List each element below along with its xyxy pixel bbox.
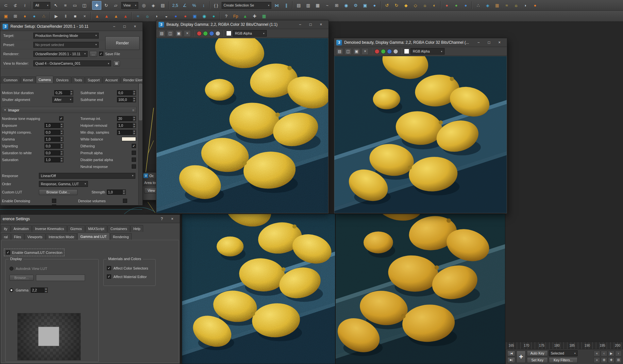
window-titlebar[interactable]: 3 Beauty, Display Gamma: 2,2, RGBA Color… bbox=[156, 20, 328, 29]
keyboard-override-icon[interactable]: ▤ bbox=[158, 1, 167, 10]
teapot-icon[interactable]: ◗ bbox=[152, 12, 161, 21]
response-dropdown[interactable]: Linear/Off bbox=[39, 173, 135, 179]
tree-icon[interactable]: ▲ bbox=[241, 12, 250, 21]
value-spinner[interactable]: 1,0 bbox=[44, 123, 63, 128]
previous-key-button[interactable]: |◀ bbox=[507, 351, 515, 356]
grid-overlay-icon[interactable]: ⊞ bbox=[11, 12, 20, 21]
maximize-button[interactable]: □ bbox=[119, 23, 130, 30]
preference-tab[interactable]: Gizmos bbox=[67, 225, 85, 232]
red-channel-button[interactable] bbox=[197, 31, 202, 36]
denoise-volumes-checkbox[interactable] bbox=[123, 199, 127, 203]
xref-green-icon[interactable]: ● bbox=[452, 1, 461, 10]
play-icon[interactable]: ▶ bbox=[608, 351, 615, 356]
mono-channel-button[interactable] bbox=[393, 49, 398, 54]
droplet-icon[interactable]: ● bbox=[30, 12, 39, 21]
renderer-dropdown[interactable]: OctaneRender 2020.1 - 10.11 bbox=[33, 51, 88, 57]
fp-badge-icon[interactable]: Fp bbox=[231, 12, 240, 21]
channel-display-dropdown[interactable]: RGB Alpha bbox=[411, 48, 445, 55]
value-spinner[interactable]: 1,0 bbox=[44, 137, 63, 142]
rectangular-selection-icon[interactable]: ▭ bbox=[70, 1, 79, 10]
go-end-icon[interactable]: » bbox=[594, 357, 600, 363]
preference-tab[interactable]: Files bbox=[11, 233, 24, 240]
select-and-rotate-icon[interactable]: ↻ bbox=[102, 1, 111, 10]
window-crossing-icon[interactable]: ◫ bbox=[80, 1, 89, 10]
window-titlebar[interactable]: 3 Render Setup: OctaneRender 2020.1 - 10… bbox=[0, 22, 143, 31]
pause-icon[interactable]: ‖ bbox=[61, 12, 70, 21]
copy-image-icon[interactable]: ▣ bbox=[175, 30, 182, 37]
play-icon[interactable]: ▶ bbox=[52, 12, 61, 21]
render-setup-tab[interactable]: Kernel bbox=[21, 76, 36, 83]
preference-tab[interactable]: Containers bbox=[108, 225, 130, 232]
fire-4-icon[interactable]: ▲ bbox=[121, 12, 130, 21]
close-button[interactable]: × bbox=[167, 215, 177, 222]
lut-path-input[interactable] bbox=[36, 274, 85, 281]
sphere-blue-icon[interactable]: ● bbox=[171, 12, 180, 21]
render-setup-tab[interactable]: Render Elements bbox=[121, 76, 143, 83]
affect-material-editor-checkbox[interactable] bbox=[107, 274, 111, 279]
denoise-completion-checkbox[interactable] bbox=[52, 205, 56, 205]
undo-icon[interactable]: ↺ bbox=[382, 1, 392, 10]
value-spinner[interactable]: 0,0 bbox=[44, 143, 63, 149]
renderer-more-button[interactable]: … bbox=[90, 51, 97, 57]
minimize-button[interactable]: − bbox=[109, 23, 119, 30]
render-setup-tab[interactable]: Camera bbox=[36, 76, 53, 83]
blue-channel-button[interactable] bbox=[209, 31, 214, 36]
fire-2-icon[interactable]: ▲ bbox=[102, 12, 111, 21]
checkbox[interactable] bbox=[132, 164, 136, 169]
view-to-render-dropdown[interactable]: Quad 4 - OctaneCamera_001 bbox=[33, 60, 111, 66]
key-filters-button[interactable]: Key Filters... bbox=[549, 357, 578, 363]
preference-tab[interactable]: Inverse Kinematics bbox=[32, 225, 67, 232]
preference-tab[interactable]: Interaction Mode bbox=[46, 233, 77, 240]
preference-tab[interactable]: Viewports bbox=[25, 233, 45, 240]
render-setup-icon[interactable]: ⚙ bbox=[351, 1, 360, 10]
selection-filter-dropdown[interactable]: All bbox=[33, 2, 50, 9]
background-color-swatch[interactable] bbox=[226, 31, 231, 36]
clone-window-icon[interactable]: ◫ bbox=[345, 48, 352, 55]
value-spinner[interactable]: 0,25 bbox=[54, 90, 73, 95]
value-spinner[interactable]: 1 bbox=[117, 130, 136, 135]
ribbon-toggle-icon[interactable]: ▦ bbox=[313, 1, 322, 10]
data-table-icon[interactable]: ▦ bbox=[260, 12, 269, 21]
next-key-button[interactable]: ▶| bbox=[507, 357, 515, 363]
background-color-swatch[interactable] bbox=[404, 49, 409, 54]
octane-camera-icon[interactable]: ◐ bbox=[430, 1, 439, 10]
strength-spinner[interactable]: 1,0 bbox=[107, 190, 126, 195]
enable-denoising-checkbox[interactable] bbox=[52, 199, 56, 203]
order-dropdown[interactable]: Response, Gamma, LUT bbox=[39, 181, 88, 187]
named-selection-set-dropdown[interactable]: Create Selection Se bbox=[222, 2, 271, 9]
save-image-icon[interactable]: ▤ bbox=[158, 30, 165, 37]
render-last-icon[interactable]: ● bbox=[530, 1, 540, 10]
browse-lut-button[interactable]: Browse... bbox=[9, 275, 34, 281]
window-titlebar[interactable]: erence Settings ? × bbox=[0, 215, 180, 223]
help-icon[interactable]: ? bbox=[222, 12, 231, 21]
scrollbar-thumb[interactable] bbox=[139, 84, 142, 120]
key-selection-dropdown[interactable]: Selected bbox=[549, 350, 578, 356]
value-spinner[interactable]: 100,0 bbox=[117, 97, 136, 102]
pan-icon[interactable]: ✚ bbox=[608, 357, 615, 363]
select-by-name-icon[interactable]: ≡ bbox=[61, 1, 70, 10]
fire-1-icon[interactable]: ▲ bbox=[93, 12, 102, 21]
target-dropdown[interactable]: Production Rendering Mode bbox=[33, 33, 99, 39]
help-button[interactable]: ? bbox=[157, 215, 167, 222]
checkbox[interactable] bbox=[59, 116, 63, 121]
xref-red-icon[interactable]: ● bbox=[442, 1, 451, 10]
save-file-checkbox[interactable] bbox=[99, 52, 103, 56]
preference-tab[interactable]: Animation bbox=[11, 225, 32, 232]
cross-tool-icon[interactable]: ✚ bbox=[250, 12, 259, 21]
scatter-icon[interactable]: ∴ bbox=[474, 1, 483, 10]
rendered-frame-window-icon[interactable]: ▣ bbox=[361, 1, 370, 10]
value-spinner[interactable]: 20 bbox=[117, 116, 136, 121]
preference-tab[interactable]: Gamma and LUT bbox=[77, 233, 110, 240]
particles-icon[interactable]: ∴ bbox=[39, 12, 48, 21]
sun-icon[interactable]: ☼ bbox=[512, 1, 521, 10]
next-frame-icon[interactable]: › bbox=[615, 351, 622, 356]
lock-view-icon[interactable]: ⊠ bbox=[113, 60, 120, 66]
select-and-move-icon[interactable]: ✚ bbox=[92, 1, 101, 10]
select-and-scale-icon[interactable]: ▱ bbox=[111, 1, 120, 10]
splash-icon[interactable]: ☼ bbox=[143, 12, 152, 21]
auto-key-button[interactable]: Auto Key bbox=[527, 350, 548, 356]
select-and-manipulate-icon[interactable]: ◈ bbox=[149, 1, 158, 10]
preference-tab[interactable]: ity bbox=[1, 225, 10, 232]
mono-channel-button[interactable] bbox=[215, 31, 220, 36]
angle-snap-icon[interactable]: ∠ bbox=[180, 1, 189, 10]
